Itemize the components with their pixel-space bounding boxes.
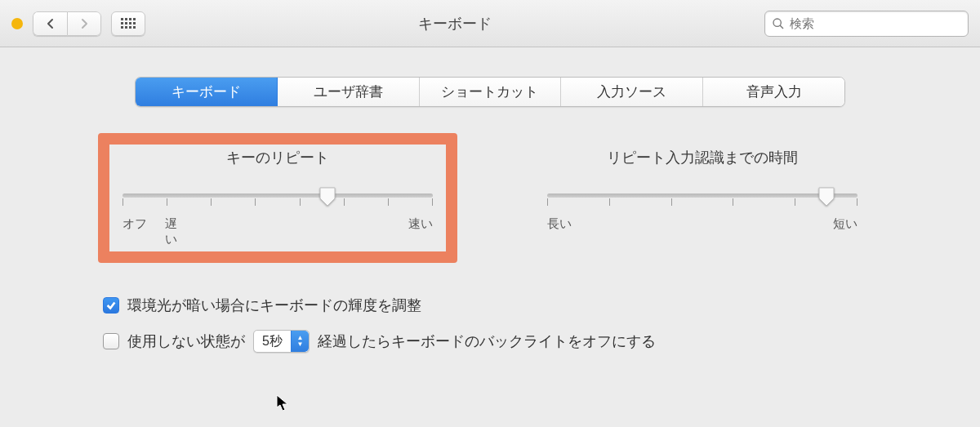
tab-label: ショートカット bbox=[441, 84, 538, 100]
select-value: 5秒 bbox=[254, 333, 291, 350]
slider-label-fast: 速い bbox=[408, 216, 433, 232]
slider-label-slow: 遅い bbox=[165, 216, 177, 247]
forward-button[interactable] bbox=[67, 11, 101, 36]
tab-dictation[interactable]: 音声入力 bbox=[703, 78, 844, 106]
show-all-button[interactable] bbox=[111, 11, 145, 36]
traffic-light-minimize[interactable] bbox=[11, 18, 23, 29]
slider-label-off: オフ bbox=[122, 216, 147, 230]
slider-ticks bbox=[122, 198, 433, 207]
tab-keyboard[interactable]: キーボード bbox=[136, 78, 278, 106]
key-repeat-title: キーのリピート bbox=[114, 148, 441, 167]
delay-title: リピート入力認識までの時間 bbox=[539, 148, 866, 167]
sliders-section: キーのリピート オフ 遅い 速い リピート入力認識までの時間 長い bbox=[98, 140, 882, 256]
slider-ticks bbox=[547, 198, 858, 207]
backlight-delay-select[interactable]: 5秒 ▲ ▼ bbox=[253, 330, 310, 353]
tab-label: キーボード bbox=[172, 84, 241, 100]
stepper-down-icon: ▼ bbox=[296, 341, 303, 348]
search-input[interactable] bbox=[790, 16, 961, 30]
slider-labels: オフ 遅い 速い bbox=[122, 216, 433, 232]
tab-bar: キーボード ユーザ辞書 ショートカット 入力ソース 音声入力 bbox=[135, 77, 845, 107]
slider-track bbox=[547, 193, 858, 198]
nav-button-group bbox=[33, 11, 101, 36]
slider-track bbox=[122, 193, 433, 198]
chevron-right-icon bbox=[80, 18, 88, 29]
slider-label-short: 短い bbox=[833, 216, 858, 232]
tab-input-sources[interactable]: 入力ソース bbox=[561, 78, 703, 106]
search-icon bbox=[772, 17, 785, 30]
tab-label: 音声入力 bbox=[746, 84, 802, 100]
svg-point-0 bbox=[773, 19, 781, 26]
tab-shortcuts[interactable]: ショートカット bbox=[420, 78, 562, 106]
tab-label: 入力ソース bbox=[597, 84, 666, 100]
slider-knob[interactable] bbox=[319, 187, 336, 207]
backlight-off-checkbox[interactable] bbox=[103, 333, 119, 349]
slider-label-long: 長い bbox=[547, 216, 572, 232]
svg-line-1 bbox=[780, 25, 783, 29]
window-title: キーボード bbox=[157, 14, 753, 33]
delay-until-repeat-group: リピート入力認識までの時間 長い 短い bbox=[523, 140, 882, 256]
tab-label: ユーザ辞書 bbox=[314, 84, 383, 100]
slider-knob[interactable] bbox=[818, 187, 835, 207]
slider-labels: 長い 短い bbox=[547, 216, 858, 232]
select-stepper[interactable]: ▲ ▼ bbox=[291, 331, 309, 352]
key-repeat-slider[interactable] bbox=[122, 185, 433, 208]
chevron-left-icon bbox=[47, 18, 55, 29]
adjust-brightness-checkbox[interactable] bbox=[103, 297, 119, 314]
tab-user-dictionary[interactable]: ユーザ辞書 bbox=[278, 78, 420, 106]
grid-icon bbox=[121, 18, 136, 29]
checkmark-icon bbox=[105, 300, 117, 311]
backlight-off-prefix: 使用しない状態が bbox=[127, 331, 245, 351]
adjust-brightness-label: 環境光が暗い場合にキーボードの輝度を調整 bbox=[127, 296, 421, 315]
options-section: 環境光が暗い場合にキーボードの輝度を調整 使用しない状態が 5秒 ▲ ▼ 経過し… bbox=[98, 296, 882, 353]
window-toolbar: キーボード bbox=[0, 0, 980, 47]
search-field-wrapper[interactable] bbox=[764, 11, 969, 37]
back-button[interactable] bbox=[33, 11, 67, 36]
backlight-off-row: 使用しない状態が 5秒 ▲ ▼ 経過したらキーボードのバックライトをオフにする bbox=[103, 330, 882, 353]
delay-slider[interactable] bbox=[547, 185, 858, 208]
key-repeat-group: キーのリピート オフ 遅い 速い bbox=[98, 140, 457, 256]
mouse-cursor-icon bbox=[276, 394, 291, 412]
adjust-brightness-row: 環境光が暗い場合にキーボードの輝度を調整 bbox=[103, 296, 882, 315]
backlight-off-suffix: 経過したらキーボードのバックライトをオフにする bbox=[318, 331, 656, 351]
